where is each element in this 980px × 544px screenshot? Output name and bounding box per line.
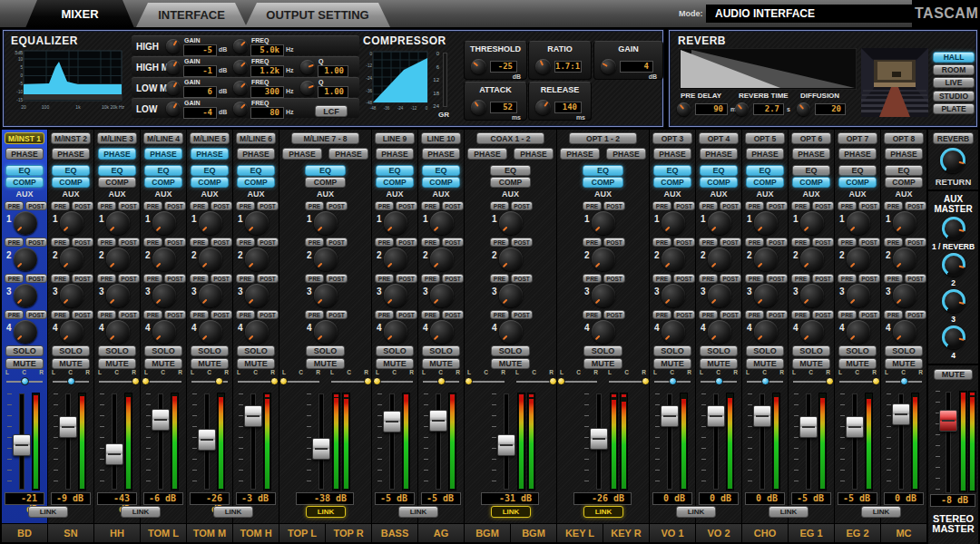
aux2-pre-button[interactable]: PRE [236, 238, 255, 247]
aux4-send-knob[interactable] [106, 320, 130, 344]
aux2-post-button[interactable]: POST [72, 238, 93, 247]
mute-button[interactable]: MUTE [191, 358, 229, 369]
pan-dot[interactable] [279, 377, 288, 385]
aux4-post-button[interactable]: POST [164, 310, 186, 319]
eq-button[interactable]: EQ [422, 165, 460, 176]
mute-button[interactable]: MUTE [792, 358, 830, 369]
aux4-send-knob[interactable] [893, 320, 916, 344]
fader-handle[interactable] [799, 416, 818, 438]
pan-control[interactable]: LCR [466, 369, 506, 391]
solo-button[interactable]: SOLO [838, 345, 877, 356]
aux2-post-button[interactable]: POST [164, 238, 186, 247]
fader-handle[interactable] [892, 403, 910, 425]
aux1-pre-button[interactable]: PRE [745, 201, 764, 210]
pan-dot[interactable] [669, 377, 677, 385]
eq-button[interactable]: EQ [700, 165, 738, 176]
solo-button[interactable]: SOLO [144, 345, 182, 356]
aux3-post-button[interactable]: POST [766, 274, 788, 283]
aux4-send-knob[interactable] [800, 320, 824, 344]
aux3-pre-button[interactable]: PRE [884, 274, 903, 283]
pan-dot[interactable] [437, 377, 446, 385]
aux2-send-knob[interactable] [152, 248, 176, 271]
pan-control[interactable]: LCR [190, 369, 230, 391]
lcf-button[interactable]: LCF [315, 105, 348, 117]
aux1-send-knob[interactable] [14, 211, 37, 235]
channel-input-button[interactable]: LINE 10 [421, 132, 461, 144]
channel-input-button[interactable]: M/LINE 6 [236, 132, 276, 144]
aux2-post-button[interactable]: POST [118, 238, 140, 247]
eq-button[interactable]: EQ [144, 165, 182, 176]
aux1-pre-button[interactable]: PRE [190, 201, 209, 210]
aux1-send-knob[interactable] [430, 211, 454, 235]
channel-input-button[interactable]: M/INST 1 [5, 132, 44, 144]
pan-dot[interactable] [373, 377, 381, 385]
comp-button[interactable]: COMP [237, 177, 275, 188]
aux4-pre-button[interactable]: PRE [490, 310, 509, 319]
pan-dot[interactable] [215, 377, 223, 385]
aux2-pre-button[interactable]: PRE [305, 238, 324, 247]
aux1-post-button[interactable]: POST [603, 201, 625, 210]
pan-control[interactable]: LCR [745, 369, 785, 391]
aux2-send-knob[interactable] [662, 248, 685, 271]
aux4-pre-button[interactable]: PRE [375, 310, 394, 319]
solo-button[interactable]: SOLO [376, 345, 414, 356]
aux3-post-button[interactable]: POST [673, 274, 695, 283]
aux2-send-knob[interactable] [60, 248, 83, 271]
aux3-pre-button[interactable]: PRE [236, 274, 255, 283]
comp-button[interactable]: COMP [838, 177, 877, 188]
aux2-send-knob[interactable] [14, 248, 37, 271]
aux3-post-button[interactable]: POST [118, 274, 140, 283]
pan-dot[interactable] [826, 377, 834, 385]
aux3-pre-button[interactable]: PRE [5, 274, 24, 283]
aux3-send-knob[interactable] [662, 284, 685, 307]
comp-button[interactable]: COMP [746, 177, 784, 188]
eq-q-knob[interactable] [300, 81, 315, 95]
aux3-post-button[interactable]: POST [396, 274, 417, 283]
aux4-send-knob[interactable] [847, 320, 870, 344]
eq-button[interactable]: EQ [583, 165, 623, 176]
aux2-send-knob[interactable] [754, 248, 778, 271]
channel-input-button[interactable]: OPT 1 - 2 [569, 132, 637, 144]
pan-control[interactable]: LCR [421, 369, 461, 391]
aux-master-3-knob[interactable] [942, 289, 965, 313]
phase-button[interactable]: PHASE [52, 148, 90, 160]
phase-button[interactable]: PHASE [376, 148, 414, 160]
phase-button[interactable]: PHASE [422, 148, 460, 160]
pan-dot[interactable] [21, 377, 29, 385]
aux1-send-knob[interactable] [592, 211, 615, 235]
aux3-post-button[interactable]: POST [905, 274, 926, 283]
channel-input-button[interactable]: M/LINE 3 [97, 132, 137, 144]
aux1-pre-button[interactable]: PRE [583, 201, 602, 210]
aux2-send-knob[interactable] [800, 248, 824, 271]
pan-dot[interactable] [270, 377, 279, 385]
link-button[interactable]: LINK [121, 506, 161, 518]
aux3-pre-button[interactable]: PRE [51, 274, 70, 283]
reverb-type-studio[interactable]: STUDIO [933, 91, 975, 102]
aux4-send-knob[interactable] [314, 320, 338, 344]
eq-button[interactable]: EQ [838, 165, 877, 176]
aux1-send-knob[interactable] [152, 211, 176, 235]
eq-button[interactable]: EQ [885, 165, 923, 176]
aux1-send-knob[interactable] [199, 211, 222, 235]
pan-dot[interactable] [364, 377, 372, 385]
aux2-send-knob[interactable] [499, 248, 523, 271]
comp-button[interactable]: COMP [5, 177, 44, 188]
aux2-pre-button[interactable]: PRE [838, 238, 857, 247]
aux2-send-knob[interactable] [847, 248, 870, 271]
pan-dot[interactable] [549, 377, 557, 385]
comp-attack-knob[interactable] [471, 100, 486, 115]
aux4-pre-button[interactable]: PRE [583, 310, 602, 319]
aux3-send-knob[interactable] [708, 284, 731, 307]
eq-button[interactable]: EQ [5, 165, 44, 176]
aux1-send-knob[interactable] [60, 211, 83, 235]
phase-button[interactable]: PHASE [282, 148, 322, 160]
pan-control[interactable]: LCR [559, 369, 599, 391]
aux1-post-button[interactable]: POST [442, 201, 464, 210]
aux1-send-knob[interactable] [754, 211, 778, 235]
aux4-send-knob[interactable] [708, 320, 731, 344]
mute-button[interactable]: MUTE [491, 358, 530, 369]
pan-dot[interactable] [67, 377, 75, 385]
aux2-pre-button[interactable]: PRE [375, 238, 394, 247]
eq-gain-knob[interactable] [166, 102, 181, 116]
comp-button[interactable]: COMP [52, 177, 90, 188]
